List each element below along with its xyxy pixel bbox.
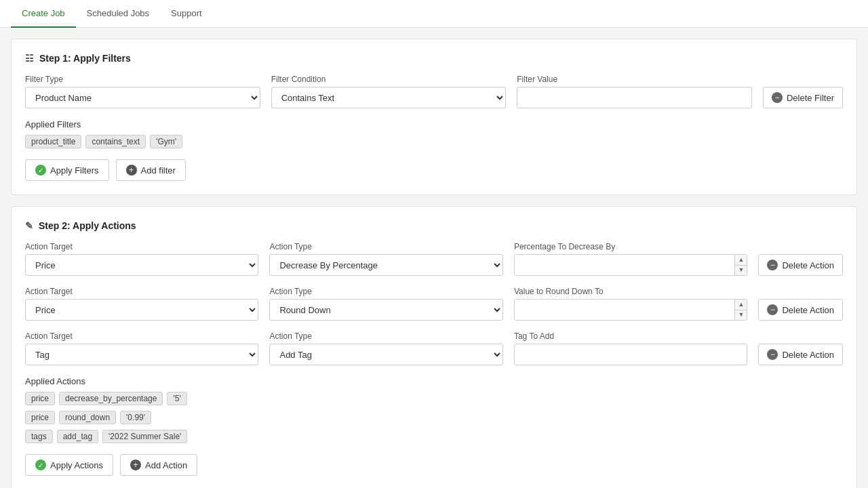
- add-filter-button[interactable]: + Add filter: [116, 159, 186, 181]
- action1-value-input[interactable]: 5: [515, 255, 735, 276]
- delete-action2-wrapper: − Delete Action: [758, 299, 843, 321]
- add-filter-plus-icon: +: [126, 165, 137, 176]
- tab-create-job[interactable]: Create Job: [11, 0, 76, 28]
- filter-type-select[interactable]: Product Name: [25, 87, 260, 108]
- action1-spinners: ▲ ▼: [734, 255, 747, 275]
- action-tag-1-1: round_down: [59, 411, 116, 424]
- delete-action2-label: Delete Action: [782, 305, 834, 315]
- apply-actions-check-icon: ✓: [35, 460, 46, 470]
- filter-value-group: Filter Value Gym: [517, 75, 752, 108]
- action3-target-group: Action Target Tag: [25, 331, 258, 365]
- action2-type-select[interactable]: Round Down: [269, 299, 502, 321]
- action2-spin-down[interactable]: ▼: [735, 310, 747, 321]
- filter-condition-select[interactable]: Contains Text: [271, 87, 507, 108]
- main-content: ☷ Step 1: Apply Filters Filter Type Prod…: [0, 28, 868, 488]
- tabs-bar: Create Job Scheduled Jobs Support: [0, 0, 868, 28]
- action1-value-label: Percentage To Decrease By: [514, 242, 747, 251]
- action1-row: Action Target Price Action Type Decrease…: [25, 242, 843, 276]
- delete-filter-icon: −: [772, 92, 783, 103]
- action2-target-label: Action Target: [25, 287, 258, 296]
- delete-action1-button[interactable]: − Delete Action: [758, 254, 843, 276]
- action3-value-label: Tag To Add: [514, 331, 747, 341]
- action1-target-select[interactable]: Price: [25, 254, 258, 276]
- tab-support[interactable]: Support: [160, 0, 213, 28]
- tab-scheduled-jobs[interactable]: Scheduled Jobs: [76, 0, 161, 28]
- action1-spin-down[interactable]: ▼: [735, 266, 747, 276]
- apply-filters-button[interactable]: ✓ Apply Filters: [25, 159, 109, 181]
- action3-row: Action Target Tag Action Type Add Tag Ta…: [25, 331, 843, 365]
- action1-type-label: Action Type: [269, 242, 502, 251]
- filter-row: Filter Type Product Name Filter Conditio…: [25, 75, 843, 108]
- action2-value-wrapper: 0.99 ▲ ▼: [514, 299, 747, 321]
- action3-target-select[interactable]: Tag: [25, 344, 258, 365]
- delete-action1-icon: −: [767, 260, 778, 270]
- action-tag-2-2: '2022 Summer Sale': [102, 430, 187, 443]
- applied-actions-label: Applied Actions: [25, 376, 843, 386]
- filter-icon: ☷: [25, 53, 34, 64]
- filter-tag-0: product_title: [25, 135, 81, 148]
- step1-title-text: Step 1: Apply Filters: [39, 53, 131, 64]
- action1-type-group: Action Type Decrease By Percentage: [269, 242, 502, 276]
- step1-actions-row: ✓ Apply Filters + Add filter: [25, 159, 843, 181]
- filter-tag-2: 'Gym': [150, 135, 182, 148]
- action-tag-0-1: decrease_by_percentage: [59, 392, 163, 405]
- action3-value-group: Tag To Add 2022 Summer Sale: [514, 331, 747, 365]
- delete-filter-wrapper: − Delete Filter: [763, 87, 843, 108]
- action1-spin-up[interactable]: ▲: [735, 255, 747, 266]
- delete-action2-icon: −: [767, 304, 778, 315]
- action1-value-group: Percentage To Decrease By 5 ▲ ▼: [514, 242, 747, 276]
- action3-type-label: Action Type: [269, 331, 502, 341]
- pencil-icon: ✎: [25, 220, 33, 231]
- delete-action1-label: Delete Action: [782, 260, 834, 270]
- action-tag-1-2: '0.99': [120, 411, 151, 424]
- delete-action3-button[interactable]: − Delete Action: [758, 344, 843, 365]
- action3-value-input[interactable]: 2022 Summer Sale: [514, 344, 747, 365]
- action2-value-group: Value to Round Down To 0.99 ▲ ▼: [514, 287, 747, 321]
- action2-spinners: ▲ ▼: [734, 300, 747, 320]
- filter-tag-1: contains_text: [85, 135, 146, 148]
- delete-action3-icon: −: [767, 349, 778, 360]
- action3-type-select[interactable]: Add Tag: [269, 344, 502, 365]
- action3-type-group: Action Type Add Tag: [269, 331, 502, 365]
- action2-type-group: Action Type Round Down: [269, 287, 502, 321]
- action-tag-2-0: tags: [25, 430, 53, 443]
- action2-value-input[interactable]: 0.99: [515, 300, 735, 321]
- apply-actions-button[interactable]: ✓ Apply Actions: [25, 454, 113, 476]
- delete-filter-label: Delete Filter: [787, 93, 834, 103]
- delete-filter-button[interactable]: − Delete Filter: [763, 87, 843, 108]
- add-action-label: Add Action: [145, 460, 187, 470]
- action2-spin-up[interactable]: ▲: [735, 300, 747, 310]
- apply-filters-label: Apply Filters: [50, 165, 99, 176]
- applied-actions-row-2: tags add_tag '2022 Summer Sale': [25, 430, 843, 443]
- applied-actions-row-0: price decrease_by_percentage '5': [25, 392, 843, 405]
- action-tag-0-2: '5': [167, 392, 186, 405]
- action2-target-group: Action Target Price: [25, 287, 258, 321]
- action2-row: Action Target Price Action Type Round Do…: [25, 287, 843, 321]
- action3-target-label: Action Target: [25, 331, 258, 341]
- filter-type-label: Filter Type: [25, 75, 260, 84]
- apply-actions-label: Apply Actions: [50, 460, 103, 470]
- step1-section: ☷ Step 1: Apply Filters Filter Type Prod…: [11, 39, 857, 195]
- action1-target-label: Action Target: [25, 242, 258, 251]
- action1-type-select[interactable]: Decrease By Percentage: [269, 254, 502, 276]
- applied-filters-tags: product_title contains_text 'Gym': [25, 135, 843, 148]
- filter-type-group: Filter Type Product Name: [25, 75, 260, 108]
- filter-value-input[interactable]: Gym: [517, 87, 752, 108]
- delete-action3-label: Delete Action: [782, 350, 834, 360]
- action2-value-label: Value to Round Down To: [514, 287, 747, 296]
- filter-condition-group: Filter Condition Contains Text: [271, 75, 507, 108]
- filter-condition-label: Filter Condition: [271, 75, 507, 84]
- delete-action1-wrapper: − Delete Action: [758, 254, 843, 276]
- add-action-button[interactable]: + Add Action: [120, 454, 197, 476]
- action1-target-group: Action Target Price: [25, 242, 258, 276]
- add-filter-label: Add filter: [141, 165, 176, 176]
- step2-title: ✎ Step 2: Apply Actions: [25, 220, 843, 231]
- step2-title-text: Step 2: Apply Actions: [39, 220, 136, 231]
- applied-actions-section: Applied Actions price decrease_by_percen…: [25, 376, 843, 443]
- step2-actions-row: ✓ Apply Actions + Add Action: [25, 454, 843, 476]
- apply-filters-check-icon: ✓: [35, 165, 46, 176]
- action2-target-select[interactable]: Price: [25, 299, 258, 321]
- filter-value-label: Filter Value: [517, 75, 752, 84]
- delete-action2-button[interactable]: − Delete Action: [758, 299, 843, 321]
- applied-filters-label: Applied Filters: [25, 119, 843, 129]
